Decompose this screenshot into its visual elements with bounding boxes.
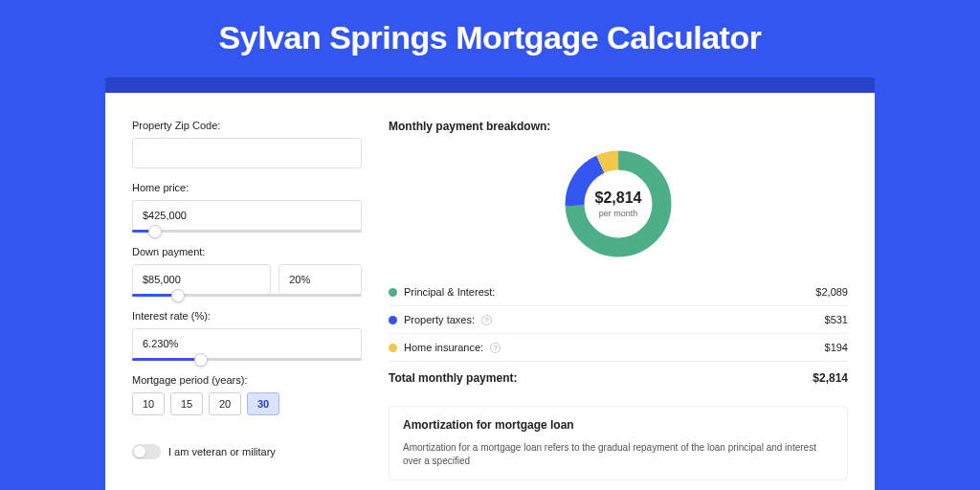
veteran-toggle[interactable] — [132, 444, 161, 459]
legend-total-row: Total monthly payment: $2,814 — [389, 361, 848, 394]
hero-accent-bar — [105, 78, 875, 93]
down-payment-pct-input[interactable] — [278, 264, 362, 295]
amortization-title: Amortization for mortgage loan — [403, 418, 834, 432]
donut-sub: per month — [599, 209, 638, 218]
legend: Principal & Interest:$2,089Property taxe… — [389, 278, 848, 361]
slider-thumb[interactable] — [171, 289, 185, 302]
amortization-text: Amortization for a mortgage loan refers … — [403, 441, 834, 468]
legend-row: Home insurance:?$194 — [389, 333, 848, 361]
legend-dot-icon — [389, 316, 397, 324]
payment-donut-chart: $2,814 per month — [561, 146, 676, 261]
down-payment-label: Down payment: — [132, 246, 362, 257]
breakdown-title: Monthly payment breakdown: — [389, 120, 848, 133]
inputs-panel: Property Zip Code: Home price: Down paym… — [132, 120, 362, 490]
donut-amount: $2,814 — [595, 189, 642, 207]
rate-label: Interest rate (%): — [132, 310, 362, 322]
veteran-row: I am veteran or military — [132, 444, 362, 459]
donut-wrap: $2,814 per month — [389, 146, 848, 261]
calculator-card: Property Zip Code: Home price: Down paym… — [105, 93, 875, 490]
rate-input[interactable] — [132, 328, 362, 359]
legend-row: Principal & Interest:$2,089 — [389, 278, 848, 305]
rate-slider[interactable] — [132, 358, 362, 361]
down-payment-block: Down payment: — [132, 246, 362, 297]
amortization-card: Amortization for mortgage loan Amortizat… — [389, 406, 848, 480]
donut-center: $2,814 per month — [561, 146, 676, 261]
total-label: Total monthly payment: — [389, 371, 517, 385]
legend-name: Home insurance: — [404, 342, 483, 353]
down-payment-input[interactable] — [132, 264, 271, 295]
page-title: Sylvan Springs Mortgage Calculator — [0, 19, 980, 56]
zip-input[interactable] — [132, 138, 362, 168]
legend-dot-icon — [389, 344, 397, 352]
slider-fill — [132, 358, 201, 361]
period-label: Mortgage period (years): — [132, 374, 362, 386]
home-price-slider[interactable] — [132, 230, 362, 233]
home-price-block: Home price: — [132, 182, 362, 233]
total-value: $2,814 — [813, 371, 848, 385]
period-buttons: 10152030 — [132, 392, 362, 415]
legend-name: Property taxes: — [404, 314, 475, 325]
breakdown-panel: Monthly payment breakdown: $2,814 per mo… — [389, 120, 848, 490]
slider-thumb[interactable] — [148, 225, 162, 238]
legend-value: $194 — [825, 342, 848, 353]
zip-label: Property Zip Code: — [132, 120, 362, 131]
period-button-20[interactable]: 20 — [209, 392, 241, 415]
legend-value: $2,089 — [815, 286, 848, 298]
down-payment-slider[interactable] — [132, 294, 362, 297]
period-button-10[interactable]: 10 — [132, 392, 165, 415]
period-button-30[interactable]: 30 — [247, 392, 279, 415]
page-hero: Sylvan Springs Mortgage Calculator — [0, 0, 980, 78]
help-icon[interactable]: ? — [490, 343, 501, 353]
home-price-label: Home price: — [132, 182, 362, 193]
slider-thumb[interactable] — [194, 353, 208, 367]
zip-block: Property Zip Code: — [132, 120, 362, 168]
legend-row: Property taxes:?$531 — [389, 305, 848, 333]
rate-block: Interest rate (%): — [132, 310, 362, 361]
home-price-input[interactable] — [132, 200, 362, 231]
help-icon[interactable]: ? — [481, 315, 492, 325]
legend-name: Principal & Interest: — [404, 286, 495, 298]
period-button-15[interactable]: 15 — [170, 392, 203, 415]
period-block: Mortgage period (years): 10152030 — [132, 374, 362, 415]
legend-dot-icon — [389, 288, 397, 297]
veteran-label: I am veteran or military — [168, 446, 276, 457]
legend-value: $531 — [825, 314, 848, 325]
